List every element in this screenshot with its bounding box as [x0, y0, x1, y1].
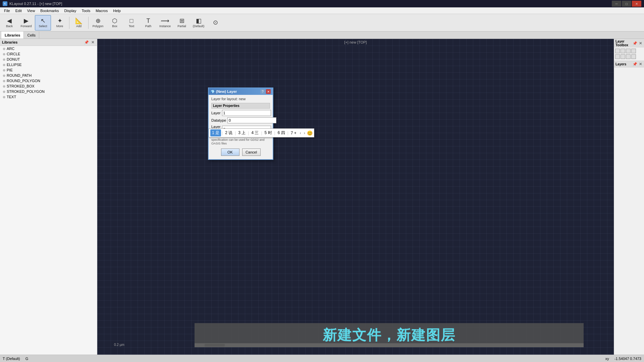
datatype-field-label: Datatype — [211, 118, 226, 122]
arc-label: ARC — [7, 47, 14, 51]
more-label: More — [56, 24, 63, 28]
maximize-button[interactable]: □ — [622, 1, 631, 7]
close-button[interactable]: ✕ — [632, 1, 641, 7]
polygon-button[interactable]: ⬡ Box — [107, 15, 123, 31]
lib-item-round-path[interactable]: ⊕ ROUND_PATH — [0, 73, 97, 78]
toolbar: ◀ Back ▶ Forward ↖ Select ✦ More 📐 Add ⊕… — [0, 14, 644, 32]
ruler-button[interactable]: 📐 Add — [71, 15, 87, 31]
polygon-label: Box — [112, 24, 117, 28]
lib-item-text[interactable]: ⊕ TEXT — [0, 94, 97, 100]
path-button[interactable]: ⟿ Instance — [157, 15, 173, 31]
lib-item-ellipse[interactable]: ⊕ ELLIPSE — [0, 62, 97, 67]
menu-bookmarks[interactable]: Bookmarks — [38, 8, 61, 13]
panel-close-icon[interactable]: ✕ — [90, 40, 95, 45]
back-button[interactable]: ◀ Back — [1, 15, 17, 31]
layer-cell-3[interactable] — [626, 49, 631, 53]
more-button[interactable]: ✦ More — [52, 15, 68, 31]
layer-toolbox-controls: 📌 ✕ — [633, 41, 643, 46]
panel-pin-icon[interactable]: 📌 — [84, 40, 89, 45]
layer-cell-7[interactable] — [626, 54, 631, 59]
partial-icon: ◧ — [196, 18, 202, 24]
main-layout: Libraries 📌 ✕ ⊕ ARC ⊕ CIRCLE ⊕ DONUT ⊕ E… — [0, 39, 644, 355]
ellipse-label: ELLIPSE — [7, 63, 22, 67]
lib-item-circle[interactable]: ⊕ CIRCLE — [0, 51, 97, 57]
ime-popup: 1 是 | 2 说 | 3 上 | 4 三 | 5 时 | 6 四 | 7 + … — [209, 128, 314, 137]
box-button[interactable]: □ Text — [123, 15, 140, 31]
status-left: T (Default) G — [3, 357, 28, 361]
layer-toolbox-row-1 — [615, 49, 643, 54]
ime-prev[interactable]: ‹ — [299, 130, 302, 136]
ok-button[interactable]: OK — [221, 148, 239, 156]
layer-toolbox-pin-icon[interactable]: 📌 — [633, 41, 637, 46]
minimize-button[interactable]: ─ — [612, 1, 621, 7]
menu-view[interactable]: View — [24, 8, 38, 13]
status-xy-value: -1.54047 0.7473 — [614, 357, 641, 361]
stroked-polygon-label: STROKED_POLYGON — [7, 89, 45, 94]
menu-macros[interactable]: Macros — [93, 8, 110, 13]
layer-cell-6[interactable] — [621, 54, 625, 59]
layer-toolbox-close-icon[interactable]: ✕ — [638, 41, 643, 46]
lib-item-donut[interactable]: ⊕ DONUT — [0, 57, 97, 62]
status-mode: T (Default) — [3, 357, 20, 361]
layer-cell-4[interactable] — [631, 49, 636, 53]
partial-button[interactable]: ◧ (Default) — [191, 15, 207, 31]
canvas-area[interactable]: [+] new [TOP] 新建文件，新建图层 💎 (New) Layer ? … — [97, 39, 614, 355]
add-button[interactable]: ⊕ Polygon — [90, 15, 106, 31]
lib-item-pie[interactable]: ⊕ PIE — [0, 67, 97, 73]
instance-button[interactable]: ⊞ Partial — [174, 15, 190, 31]
layer-cell-8[interactable] — [631, 54, 636, 59]
lib-item-arc[interactable]: ⊕ ARC — [0, 46, 97, 51]
lib-item-stroked-box[interactable]: ⊕ STROKED_BOX — [0, 83, 97, 89]
ime-candidate-4[interactable]: 4 三 — [250, 129, 260, 136]
layer-input[interactable] — [222, 110, 271, 116]
cancel-button[interactable]: Cancel — [242, 148, 261, 156]
dialog-field-layer: Layer — [211, 110, 270, 116]
layer-cell-5[interactable] — [615, 54, 620, 59]
ime-candidate-2[interactable]: 2 说 — [223, 129, 234, 136]
layers-title: Layers — [615, 62, 626, 66]
forward-button[interactable]: ▶ Forward — [18, 15, 34, 31]
panel-header-icons: 📌 ✕ — [84, 40, 95, 45]
left-panel: Libraries 📌 ✕ ⊕ ARC ⊕ CIRCLE ⊕ DONUT ⊕ E… — [0, 39, 97, 355]
dialog-subtitle: Layer for layout: new — [211, 97, 270, 101]
default-button[interactable]: ⊙ — [207, 15, 223, 31]
circle-icon: ⊕ — [3, 52, 5, 56]
more-icon: ✦ — [57, 18, 62, 24]
ime-next[interactable]: › — [303, 130, 306, 136]
layer-cell-2[interactable] — [621, 49, 625, 53]
layers-section: Layers 📌 ✕ — [614, 61, 644, 67]
ime-candidate-3[interactable]: 3 上 — [236, 129, 247, 136]
layers-close-icon[interactable]: ✕ — [638, 62, 643, 66]
ime-candidate-5[interactable]: 5 时 — [263, 129, 274, 136]
text-lib-icon: ⊕ — [3, 95, 5, 99]
menu-edit[interactable]: Edit — [13, 8, 24, 13]
new-layer-dialog: 💎 (New) Layer ? ✕ Layer for layout: new … — [208, 87, 273, 160]
select-button[interactable]: ↖ Select — [35, 15, 51, 31]
menu-display[interactable]: Display — [61, 8, 79, 13]
ime-candidate-1[interactable]: 1 是 — [210, 129, 221, 136]
status-xy-label: xy — [605, 357, 609, 361]
layer-toolbox-content — [614, 48, 644, 61]
datatype-input[interactable] — [227, 117, 276, 123]
ime-candidate-7[interactable]: 7 + — [289, 130, 298, 136]
ime-emoji[interactable]: 😊 — [307, 130, 313, 136]
add-label: Polygon — [93, 24, 104, 28]
layers-controls: 📌 ✕ — [633, 62, 643, 66]
app-icon: K — [3, 1, 7, 6]
layers-pin-icon[interactable]: 📌 — [633, 62, 637, 66]
menu-help[interactable]: Help — [110, 8, 123, 13]
dialog-help-button[interactable]: ? — [260, 89, 265, 94]
ellipse-icon: ⊕ — [3, 63, 5, 67]
lib-item-stroked-polygon[interactable]: ⊕ STROKED_POLYGON — [0, 89, 97, 94]
menu-tools[interactable]: Tools — [79, 8, 93, 13]
lib-item-round-polygon[interactable]: ⊕ ROUND_POLYGON — [0, 78, 97, 83]
ime-candidate-6[interactable]: 6 四 — [276, 129, 287, 136]
menu-file[interactable]: File — [1, 8, 13, 13]
dialog-buttons: OK Cancel — [211, 148, 270, 157]
text-button[interactable]: T Path — [140, 15, 156, 31]
tab-libraries[interactable]: Libraries — [1, 32, 24, 39]
circle-label: CIRCLE — [7, 52, 20, 56]
tab-cells[interactable]: Cells — [24, 32, 39, 39]
layer-cell-1[interactable] — [615, 49, 620, 53]
dialog-close-button[interactable]: ✕ — [266, 89, 271, 94]
